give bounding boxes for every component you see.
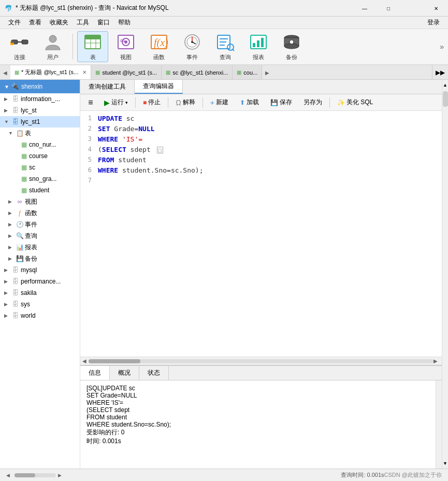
tab-expand-button[interactable]: ▶▶	[432, 65, 448, 79]
svg-point-5	[49, 35, 56, 43]
tab-nav-left[interactable]: ◀	[0, 65, 10, 80]
svg-point-13	[124, 40, 127, 44]
main-layout: ▼ 🔌 shenxin ▶ 🗄 information_... ▶ 🗄 lyc_…	[0, 80, 448, 469]
new-button[interactable]: + 新建	[206, 97, 233, 108]
db-icon-sys: 🗄	[11, 300, 20, 308]
table-icon-cno: ▦	[20, 140, 28, 149]
beautify-icon: ✨	[337, 99, 345, 106]
tab-close-button[interactable]: ✕	[82, 69, 86, 75]
sidebar-item-events-folder[interactable]: ▶ 🕐 事件	[0, 219, 80, 230]
minimize-button[interactable]: —	[353, 0, 377, 17]
toolbar-query-button[interactable]: 查询	[210, 31, 241, 62]
bottom-tab-overview[interactable]: 概况	[110, 366, 139, 380]
horizontal-scrollbar[interactable]	[89, 359, 433, 363]
sidebar-item-student[interactable]: ▶ ▦ student	[0, 185, 80, 196]
toolbar-table-button[interactable]: 表	[77, 31, 108, 62]
toolbar-sep-4	[329, 97, 330, 108]
sidebar-label-student: student	[29, 187, 49, 194]
stop-button[interactable]: ■ 停止	[139, 97, 165, 108]
v-scroll-up-button[interactable]: ▲	[442, 80, 448, 90]
explain-button[interactable]: Ω 解释	[171, 97, 199, 108]
toolbar-report-button[interactable]: 报表	[243, 31, 274, 62]
table-icon-sno: ▦	[20, 175, 28, 183]
tab-nav-right[interactable]: ▶	[262, 65, 272, 80]
fold-marker-4[interactable]: □	[157, 147, 163, 153]
save-button[interactable]: 💾 保存	[266, 97, 296, 108]
tree-arrow-lyc-st: ▶	[4, 108, 10, 113]
menu-file[interactable]: 文件	[4, 17, 25, 28]
bottom-h-scrollbar[interactable]	[15, 473, 56, 477]
table-label: 表	[90, 53, 96, 61]
sidebar-label-reports: 报表	[25, 243, 37, 252]
info-line-2: SET Grade=NULL	[86, 392, 436, 399]
sidebar-item-cno-nur[interactable]: ▶ ▦ cno_nur...	[0, 139, 80, 150]
info-line-8: 时间: 0.001s	[86, 437, 436, 446]
tab-query-builder[interactable]: 查询创建工具	[80, 80, 135, 94]
toolbar-user-button[interactable]: 用户	[37, 31, 68, 62]
editor-v-scrollbar[interactable]: ▲ ▼	[442, 80, 448, 469]
toolbar-expand-button[interactable]: »	[440, 43, 444, 51]
tab-student-icon: ▦	[95, 69, 100, 75]
sidebar-item-reports-folder[interactable]: ▶ 📊 报表	[0, 242, 80, 253]
tab-query-editor[interactable]: 查询编辑器	[135, 80, 183, 94]
sidebar-item-views-folder[interactable]: ▶ ∞ 视图	[0, 196, 80, 207]
sidebar-item-world[interactable]: ▶ 🗄 world	[0, 310, 80, 321]
code-editor[interactable]: 1 UPDATE sc 2 SET Grade=NULL 3 WHERE 'IS…	[80, 111, 442, 357]
sidebar-item-queries-folder[interactable]: ▶ 🔍 查询	[0, 230, 80, 242]
sidebar-item-lyc-st[interactable]: ▶ 🗄 lyc_st	[0, 105, 80, 116]
v-scroll-down-button[interactable]: ▼	[442, 458, 448, 469]
svg-text:f(x): f(x)	[154, 37, 168, 49]
toolbar-backup-button[interactable]: 备份	[276, 31, 307, 62]
sidebar-item-functions-folder[interactable]: ▶ f 函数	[0, 207, 80, 219]
sidebar-item-tables-folder[interactable]: ▼ 📋 表	[0, 128, 80, 139]
toolbar-connect-button[interactable]: 连接	[4, 31, 35, 62]
tree-arrow-functions: ▶	[8, 210, 15, 216]
login-button[interactable]: 登录	[423, 17, 444, 28]
load-button[interactable]: ⬆ 加载	[236, 97, 263, 108]
tab-cou[interactable]: ▦ cou...	[233, 65, 262, 79]
sidebar-item-performance[interactable]: ▶ 🗄 performance...	[0, 276, 80, 287]
code-line-2: 2 SET Grade=NULL	[80, 123, 442, 134]
sidebar-item-sys[interactable]: ▶ 🗄 sys	[0, 299, 80, 310]
bottom-tab-info[interactable]: 信息	[80, 366, 110, 380]
sidebar-item-course[interactable]: ▶ ▦ course	[0, 150, 80, 162]
maximize-button[interactable]: □	[377, 0, 400, 17]
sidebar-item-sakila[interactable]: ▶ 🗄 sakila	[0, 287, 80, 299]
sidebar-item-sno-gra[interactable]: ▶ ▦ sno_gra...	[0, 173, 80, 185]
functions-icon: f	[16, 209, 24, 217]
menu-tools[interactable]: 工具	[73, 17, 93, 28]
tab-untitled-query[interactable]: ▦ * 无标题 @lyc_st1 (s... ✕	[10, 65, 91, 79]
run-button[interactable]: ▶ 运行 ▾	[100, 97, 132, 108]
bottom-v-scrollbar[interactable]	[436, 380, 442, 469]
sidebar-item-mysql[interactable]: ▶ 🗄 mysql	[0, 264, 80, 276]
query-time-status: 查询时间: 0.001s	[341, 471, 384, 479]
sidebar-item-lyc-st1[interactable]: ▼ 🗄 lyc_st1	[0, 116, 80, 128]
tab-student[interactable]: ▦ student @lyc_st1 (s...	[91, 65, 162, 79]
bottom-scroll-left[interactable]: ◀	[6, 473, 12, 478]
menu-favorites[interactable]: 收藏夹	[46, 17, 73, 28]
scroll-left-button[interactable]: ◀	[82, 358, 89, 364]
bottom-tab-status-label: 状态	[148, 369, 160, 377]
scroll-right-button[interactable]: ▶	[433, 358, 440, 364]
sidebar-collapse-icon[interactable]: ▼	[4, 84, 9, 90]
save-as-button[interactable]: 另存为	[299, 97, 326, 108]
close-button[interactable]: ✕	[424, 0, 448, 17]
sidebar-item-information[interactable]: ▶ 🗄 information_...	[0, 93, 80, 105]
beautify-button[interactable]: ✨ 美化 SQL	[333, 97, 377, 108]
info-line-7: 受影响的行: 0	[86, 428, 436, 437]
menu-view[interactable]: 查看	[25, 17, 46, 28]
query-tabs: 查询创建工具 查询编辑器	[80, 80, 442, 94]
db-icon-information: 🗄	[11, 95, 20, 103]
menu-window[interactable]: 窗口	[93, 17, 114, 28]
bottom-scroll-right[interactable]: ▶	[58, 473, 64, 478]
tab-sc[interactable]: ▦ sc @lyc_st1 (shenxi...	[162, 65, 233, 79]
tree-arrow-performance: ▶	[4, 279, 10, 284]
menu-help[interactable]: 帮助	[114, 17, 135, 28]
hamburger-menu-button[interactable]: ≡	[84, 96, 97, 109]
toolbar-function-button[interactable]: f(x) 函数	[143, 31, 175, 62]
bottom-tab-status[interactable]: 状态	[139, 366, 169, 380]
sidebar-item-backup-folder[interactable]: ▶ 💾 备份	[0, 253, 80, 264]
toolbar-event-button[interactable]: 事件	[177, 31, 208, 62]
sidebar-item-sc[interactable]: ▶ ▦ sc	[0, 162, 80, 173]
toolbar-view-button[interactable]: ∞ 视图	[110, 31, 141, 62]
